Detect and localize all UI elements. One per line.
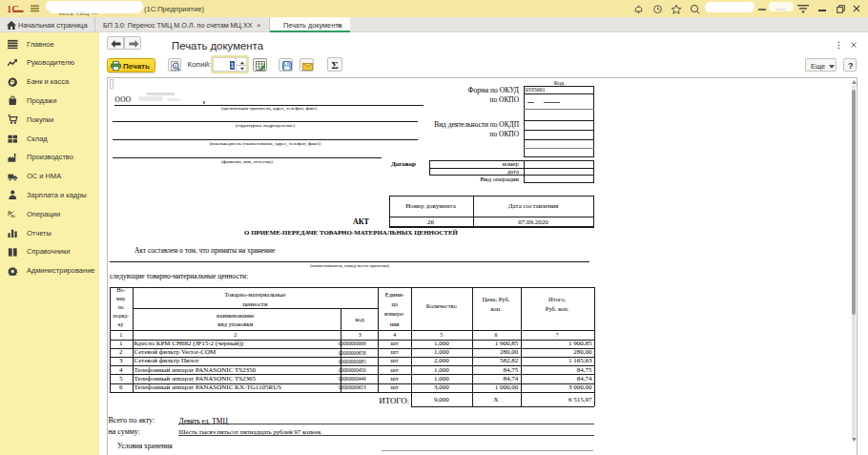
svg-text:₽: ₽ [10, 78, 15, 85]
svg-text:Кт: Кт [10, 215, 15, 219]
